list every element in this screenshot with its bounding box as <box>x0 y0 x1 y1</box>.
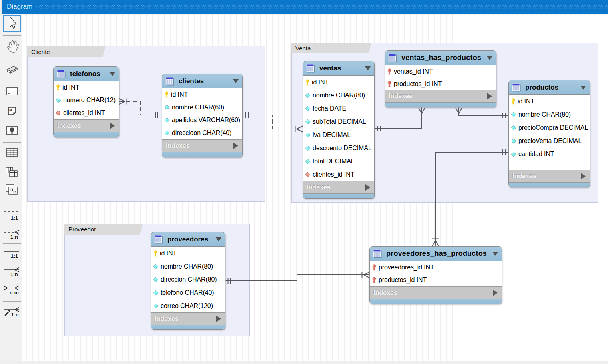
svg-text:N: N <box>9 108 12 112</box>
